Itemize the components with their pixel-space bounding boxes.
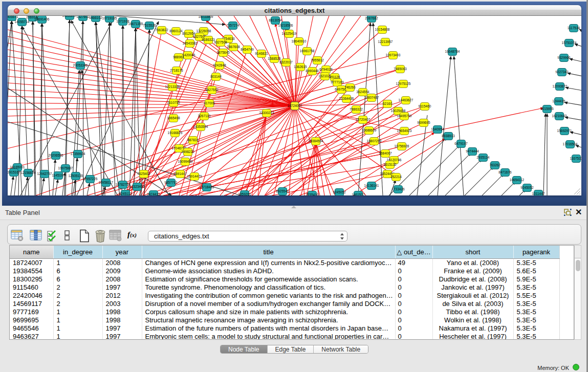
svg-text:13226058: 13226058 [197, 29, 211, 33]
svg-text:62160: 62160 [383, 102, 392, 105]
svg-text:1965498: 1965498 [167, 116, 180, 120]
svg-text:9777169: 9777169 [331, 80, 344, 84]
svg-text:20691406: 20691406 [35, 17, 50, 21]
svg-text:887831: 887831 [187, 138, 199, 142]
svg-text:9146821: 9146821 [255, 52, 268, 55]
svg-text:8938913: 8938913 [442, 134, 455, 138]
svg-text:9474412: 9474412 [147, 192, 160, 195]
svg-text:12156829: 12156829 [21, 171, 36, 174]
svg-text:10958117: 10958117 [99, 181, 114, 184]
svg-text:3267110: 3267110 [198, 114, 211, 118]
svg-text:12093872: 12093872 [553, 84, 568, 88]
svg-text:1362615: 1362615 [294, 65, 307, 69]
svg-text:1145197: 1145197 [52, 173, 65, 177]
svg-text:14353594: 14353594 [193, 125, 208, 128]
svg-text:10653267: 10653267 [62, 16, 77, 17]
svg-text:16782759: 16782759 [116, 183, 130, 186]
svg-text:1244415: 1244415 [552, 99, 565, 103]
svg-text:2087682: 2087682 [365, 16, 378, 20]
svg-text:18495750: 18495750 [397, 114, 412, 118]
svg-text:14463627: 14463627 [399, 98, 413, 102]
svg-text:19218506: 19218506 [278, 24, 293, 27]
svg-text:7357274: 7357274 [226, 24, 239, 27]
svg-text:10807487: 10807487 [364, 96, 379, 99]
svg-text:1610755: 1610755 [167, 101, 180, 104]
svg-text:9115460: 9115460 [419, 104, 431, 108]
svg-text:19654923: 19654923 [397, 129, 412, 133]
svg-text:8186323: 8186323 [202, 38, 215, 41]
svg-text:763262: 763262 [489, 163, 500, 167]
svg-text:10973493: 10973493 [386, 53, 401, 57]
svg-text:2867608: 2867608 [227, 45, 240, 49]
svg-text:3624554: 3624554 [356, 90, 369, 94]
svg-text:12975125: 12975125 [396, 82, 411, 85]
svg-text:10154808: 10154808 [375, 28, 390, 31]
svg-text:1011447: 1011447 [532, 192, 545, 195]
svg-text:7235410: 7235410 [306, 193, 319, 195]
svg-text:9474444: 9474444 [466, 149, 479, 153]
svg-text:1461532: 1461532 [352, 193, 365, 195]
svg-text:16033809: 16033809 [199, 16, 213, 18]
svg-text:7663822: 7663822 [155, 28, 168, 32]
svg-text:8215955: 8215955 [540, 107, 554, 111]
svg-text:6466102: 6466102 [89, 16, 102, 19]
svg-text:9227343: 9227343 [555, 70, 569, 74]
svg-text:1359261: 1359261 [238, 192, 251, 195]
svg-text:3875645: 3875645 [216, 51, 230, 54]
svg-text:2935114: 2935114 [477, 156, 490, 159]
svg-text:20206555: 20206555 [49, 154, 63, 157]
svg-text:1640954: 1640954 [431, 127, 444, 131]
svg-text:1733426: 1733426 [391, 187, 405, 191]
svg-text:18724007: 18724007 [288, 104, 302, 107]
svg-text:1691447: 1691447 [173, 172, 187, 176]
svg-text:803144: 803144 [210, 75, 222, 78]
svg-text:1498222: 1498222 [181, 150, 194, 154]
svg-text:988961: 988961 [173, 55, 184, 59]
svg-text:8471676: 8471676 [498, 170, 512, 174]
svg-text:1588520: 1588520 [268, 57, 281, 60]
svg-text:15718485: 15718485 [200, 185, 214, 189]
svg-text:19166825: 19166825 [168, 131, 183, 135]
svg-text:1071918: 1071918 [116, 19, 129, 23]
svg-text:9245052: 9245052 [333, 190, 346, 194]
svg-text:1615132: 1615132 [383, 163, 397, 166]
svg-text:1117534: 1117534 [568, 26, 580, 30]
svg-text:9699695: 9699695 [417, 121, 430, 124]
svg-text:16648784: 16648784 [445, 50, 460, 53]
svg-text:16543382: 16543382 [183, 41, 198, 45]
svg-text:16671355: 16671355 [128, 22, 143, 26]
svg-text:8427552: 8427552 [205, 88, 219, 92]
svg-text:7955812: 7955812 [311, 58, 324, 62]
svg-text:18640910: 18640910 [292, 39, 307, 43]
svg-text:12213957: 12213957 [378, 40, 393, 43]
svg-text:8990448: 8990448 [306, 69, 319, 73]
svg-text:3915167: 3915167 [8, 170, 20, 174]
svg-text:7625402: 7625402 [137, 172, 150, 176]
svg-text:10719185: 10719185 [102, 16, 117, 20]
svg-text:12942757: 12942757 [37, 172, 52, 176]
svg-text:6479197: 6479197 [454, 142, 468, 145]
svg-text:7515526: 7515526 [143, 24, 156, 27]
svg-text:8925541: 8925541 [276, 189, 289, 193]
svg-text:16914479: 16914479 [187, 174, 202, 178]
svg-text:1245113: 1245113 [119, 192, 132, 195]
svg-text:746266: 746266 [344, 85, 356, 89]
svg-text:1405571: 1405571 [8, 16, 18, 18]
svg-text:12323466: 12323466 [130, 185, 145, 188]
svg-text:7886322: 7886322 [350, 107, 363, 111]
svg-text:14136141: 14136141 [364, 184, 379, 187]
svg-text:9329966: 9329966 [557, 56, 571, 59]
svg-text:17957225: 17957225 [83, 177, 98, 181]
svg-text:17016504: 17016504 [563, 142, 578, 146]
svg-text:252214: 252214 [390, 175, 402, 179]
svg-text:8454749: 8454749 [241, 48, 254, 51]
svg-text:1327602: 1327602 [76, 16, 90, 18]
svg-text:16099489: 16099489 [178, 160, 193, 163]
svg-text:19975887: 19975887 [58, 166, 73, 170]
svg-text:20053346: 20053346 [73, 63, 88, 67]
svg-text:15692971: 15692971 [557, 129, 572, 133]
svg-text:17359924: 17359924 [71, 152, 85, 156]
svg-text:8813054: 8813054 [269, 18, 282, 22]
svg-text:8322037: 8322037 [279, 60, 293, 64]
svg-text:23300273: 23300273 [259, 111, 274, 115]
